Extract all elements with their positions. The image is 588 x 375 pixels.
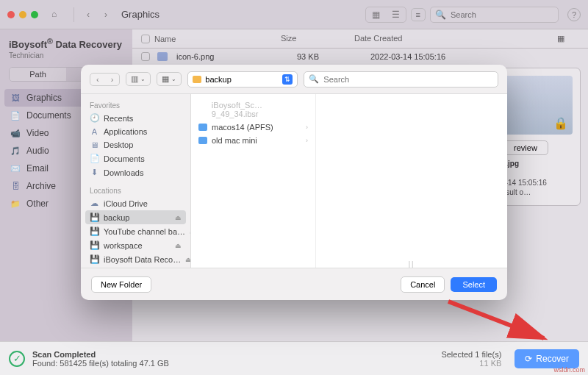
row-checkbox[interactable] xyxy=(141,52,150,61)
sidebar-item[interactable]: 📄Documents xyxy=(81,151,190,165)
sidebar-icon: 💾 xyxy=(90,226,99,236)
scan-complete-icon: ✓ xyxy=(9,351,25,367)
select-button[interactable]: Select xyxy=(451,277,497,292)
sheet-search-input[interactable] xyxy=(322,74,493,85)
watermark: wsldn.com xyxy=(553,366,585,374)
app-title: iBoysoft® Data Recovery xyxy=(0,35,132,51)
toolbar-search-input[interactable] xyxy=(449,10,553,20)
help-icon[interactable]: ? xyxy=(567,8,581,21)
search-icon: 🔍 xyxy=(309,74,319,84)
recover-icon: ⟳ xyxy=(525,354,532,364)
folder-icon xyxy=(193,76,201,83)
view-mode-segment[interactable]: ▦ ☰ xyxy=(365,7,406,23)
sidebar-icon: 📄 xyxy=(90,154,99,163)
folder-icon xyxy=(198,137,207,144)
sidebar-item[interactable]: 🕘Recents xyxy=(81,111,190,125)
traffic-lights[interactable] xyxy=(7,11,38,18)
sidebar-item[interactable]: 💾backup⏏ xyxy=(85,210,186,224)
sidebar-icon: ⬇ xyxy=(90,168,99,177)
category-icon: ✉️ xyxy=(10,164,21,173)
toolbar-filter-icon[interactable]: ≡ xyxy=(411,8,426,21)
lock-icon: 🔒 xyxy=(553,116,568,130)
save-panel-sheet: ‹› ▥ ⌄ ▦ ⌄ backup ⇅ 🔍 Favorites 🕘Recents… xyxy=(81,65,507,300)
column-item[interactable]: old mac mini› xyxy=(191,134,315,147)
preview-button[interactable]: review xyxy=(503,140,548,155)
recover-button[interactable]: ⟳ Recover xyxy=(514,349,579,368)
sheet-bottom-bar: New Folder Cancel Select xyxy=(81,268,507,300)
column-resize-handle[interactable]: || xyxy=(409,260,415,268)
sheet-view-columns[interactable]: ▥ ⌄ xyxy=(126,72,151,86)
nav-back-icon[interactable]: ‹ xyxy=(82,10,95,20)
eject-icon[interactable]: ⏏ xyxy=(185,256,190,263)
category-icon: 📁 xyxy=(10,199,21,208)
location-title: Graphics xyxy=(121,9,159,20)
chevron-right-icon: › xyxy=(306,124,308,131)
chevron-right-icon: › xyxy=(306,137,308,144)
sheet-forward-icon: › xyxy=(105,74,120,85)
sidebar-item[interactable]: 💾iBoysoft Data Reco…⏏ xyxy=(81,252,190,266)
cancel-button[interactable]: Cancel xyxy=(401,276,445,293)
home-icon[interactable]: ⌂ xyxy=(51,9,63,21)
sidebar-item[interactable]: ☁iCloud Drive xyxy=(81,196,190,210)
sidebar-icon: ☁ xyxy=(90,199,99,208)
col-preview-toggle[interactable]: ▦ xyxy=(557,34,579,43)
sidebar-icon: 🖥 xyxy=(90,140,99,149)
folder-icon xyxy=(198,124,207,131)
sidebar-item[interactable]: AApplications xyxy=(81,125,190,138)
new-folder-button[interactable]: New Folder xyxy=(91,276,151,293)
sheet-location-popup[interactable]: backup ⇅ xyxy=(187,71,298,88)
selected-count: Selected 1 file(s) xyxy=(441,350,501,359)
category-icon: 📄 xyxy=(10,111,21,120)
sheet-sidebar: Favorites 🕘RecentsAApplications🖥Desktop📄… xyxy=(81,94,191,268)
category-icon: 📹 xyxy=(10,129,21,138)
sheet-nav[interactable]: ‹› xyxy=(90,73,120,86)
window-toolbar: ⌂ ‹ › Graphics ▦ ☰ ≡ 🔍 ? xyxy=(0,0,588,29)
file-row[interactable]: icon-6.png 93 KB 2022-03-14 15:05:16 xyxy=(132,49,588,65)
eject-icon[interactable]: ⏏ xyxy=(190,228,190,235)
sidebar-item[interactable]: ⬇Downloads xyxy=(81,165,190,179)
sidebar-icon: 💾 xyxy=(90,240,99,250)
sidebar-item[interactable]: 🖥Desktop xyxy=(81,138,190,151)
sidebar-icon: 💾 xyxy=(90,213,99,222)
locations-header: Locations xyxy=(81,184,190,196)
sidebar-item[interactable]: 💾YouTube channel ba…⏏ xyxy=(81,224,190,238)
eject-icon[interactable]: ⏏ xyxy=(175,242,182,249)
toolbar-search[interactable]: 🔍 xyxy=(430,7,559,23)
select-all-checkbox[interactable] xyxy=(141,35,150,43)
status-footer: ✓ Scan Completed Found: 581425 file(s) t… xyxy=(0,341,588,375)
sidebar-icon: 🕘 xyxy=(90,113,99,123)
sheet-view-group[interactable]: ▦ ⌄ xyxy=(157,72,182,86)
sheet-column-2[interactable]: || xyxy=(316,94,507,268)
col-date[interactable]: Date Created xyxy=(354,34,557,43)
col-name[interactable]: Name xyxy=(154,35,176,43)
category-icon: 🗄 xyxy=(10,182,21,190)
list-header: Name Size Date Created ▦ xyxy=(132,29,588,49)
sheet-column-browser: iBoysoft_Sc…9_49_34.ibsrmacos14 (APFS)›o… xyxy=(191,94,507,268)
sheet-search[interactable]: 🔍 xyxy=(304,71,498,88)
tab-path[interactable]: Path xyxy=(10,68,66,81)
sheet-toolbar: ‹› ▥ ⌄ ▦ ⌄ backup ⇅ 🔍 xyxy=(81,65,507,94)
category-icon: 🖼 xyxy=(10,93,21,102)
search-icon: 🔍 xyxy=(435,10,446,20)
col-size[interactable]: Size xyxy=(281,34,354,43)
list-view-icon: ☰ xyxy=(386,7,406,22)
chevron-updown-icon: ⇅ xyxy=(282,74,293,85)
favorites-header: Favorites xyxy=(81,99,190,111)
column-item[interactable]: macos14 (APFS)› xyxy=(191,121,315,134)
sidebar-icon: A xyxy=(90,127,99,136)
column-item: iBoysoft_Sc…9_49_34.ibsr xyxy=(191,99,315,121)
sidebar-icon: 💾 xyxy=(90,254,99,264)
eject-icon[interactable]: ⏏ xyxy=(175,214,182,221)
selected-size: 11 KB xyxy=(441,359,501,368)
file-icon xyxy=(157,52,168,61)
sidebar-item[interactable]: 💾workspace⏏ xyxy=(81,238,190,252)
sheet-column-1[interactable]: iBoysoft_Sc…9_49_34.ibsrmacos14 (APFS)›o… xyxy=(191,94,316,268)
scan-status-title: Scan Completed xyxy=(32,350,434,359)
category-icon: 🎵 xyxy=(10,146,21,155)
grid-view-icon: ▦ xyxy=(366,7,386,22)
nav-forward-icon[interactable]: › xyxy=(99,10,112,20)
sheet-back-icon: ‹ xyxy=(90,74,105,85)
scan-status-detail: Found: 581425 file(s) totaling 47.1 GB xyxy=(32,359,434,368)
